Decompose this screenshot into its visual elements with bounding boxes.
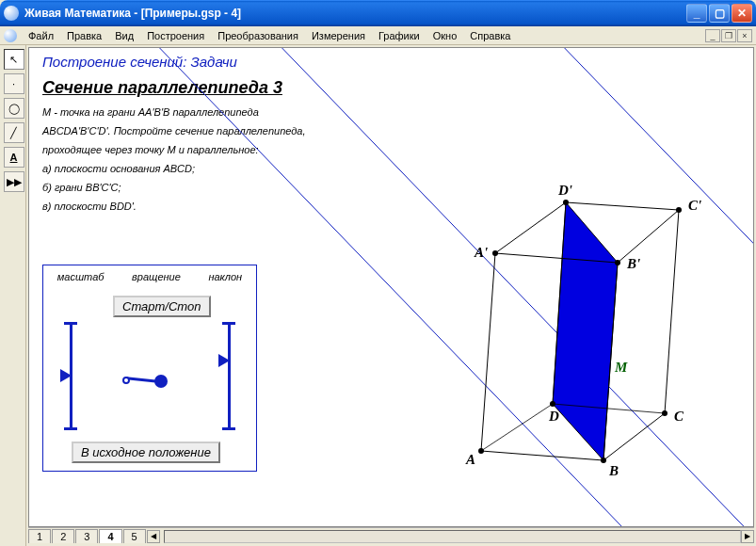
edge <box>618 210 679 263</box>
menu-graphs[interactable]: Графики <box>373 28 426 43</box>
text-line: б) грани BB'C'C; <box>42 178 475 197</box>
edge <box>495 202 566 253</box>
sketch-canvas[interactable]: Построение сечений: Задачи Сечение парал… <box>29 48 753 526</box>
arrow-icon: ↖ <box>9 54 18 66</box>
maximize-button[interactable]: ▢ <box>709 4 730 23</box>
vertex-point <box>563 200 569 205</box>
tilt-slider-track[interactable] <box>228 324 231 429</box>
text-line: проходящее через точку M и параллельное: <box>42 140 475 159</box>
section-plane <box>553 202 618 460</box>
segment-icon: ╱ <box>10 127 17 139</box>
rotation-dial-end[interactable] <box>122 377 130 384</box>
text-line: в) плоскости BDD'. <box>42 197 475 216</box>
menu-view[interactable]: Вид <box>109 28 139 43</box>
window-buttons: _ ▢ ✕ <box>686 4 752 23</box>
window-title: Живая Математика - [Примеры.gsp - 4] <box>23 7 686 20</box>
vertex-point <box>550 401 555 407</box>
mdi-minimize-button[interactable]: _ <box>705 29 720 42</box>
page-tab[interactable]: 5 <box>123 529 146 543</box>
window-titlebar: Живая Математика - [Примеры.gsp - 4] _ ▢… <box>0 0 756 26</box>
page-tab[interactable]: 1 <box>28 529 51 543</box>
tilt-slider-cap-bot <box>222 427 235 430</box>
scale-slider-handle[interactable] <box>60 369 72 382</box>
vertex-label: D' <box>557 183 572 198</box>
vertex-point <box>478 448 484 454</box>
toolbox: ↖ · ◯ ╱ A ▶▶ <box>2 45 26 546</box>
control-panel: масштаб вращение наклон Старт/Стоп <box>42 265 257 472</box>
text-line: а) плоскости основания ABCD; <box>42 159 475 178</box>
edge <box>566 202 679 210</box>
edge <box>603 413 665 460</box>
vertex-point <box>676 207 682 213</box>
vertex-label: C <box>674 409 684 424</box>
page-tab[interactable]: 3 <box>75 529 98 543</box>
mdi-restore-button[interactable]: ❐ <box>721 29 736 42</box>
menu-measure[interactable]: Измерения <box>306 28 371 43</box>
canvas-wrapper: Построение сечений: Задачи Сечение парал… <box>28 47 754 527</box>
edge <box>665 210 679 413</box>
rotate-label: вращение <box>132 271 181 282</box>
text-icon: A <box>10 152 18 163</box>
mdi-close-button[interactable]: × <box>737 29 752 42</box>
vertex-point <box>601 458 606 463</box>
scale-label: масштаб <box>57 271 105 282</box>
breadcrumb: Построение сечений: Задачи <box>42 54 237 70</box>
circle-icon: ◯ <box>8 103 20 115</box>
minimize-button[interactable]: _ <box>686 4 707 23</box>
scroll-right-button[interactable]: ▶ <box>741 530 754 543</box>
tilt-label: наклон <box>208 271 242 282</box>
problem-text: M - точка на грани AA'B'B параллелепипед… <box>42 103 475 216</box>
horizontal-scrollbar[interactable] <box>164 530 741 543</box>
app-icon <box>4 6 19 21</box>
edge <box>553 404 665 413</box>
edge <box>603 263 618 460</box>
text-tool[interactable]: A <box>4 147 24 168</box>
vertex-label: A <box>465 452 475 467</box>
arrow-tool[interactable]: ↖ <box>4 49 24 70</box>
scale-slider-cap-bot <box>64 427 77 430</box>
rotation-dial-knob[interactable] <box>154 375 168 388</box>
menu-edit[interactable]: Правка <box>61 28 107 43</box>
start-stop-button[interactable]: Старт/Стоп <box>113 296 211 317</box>
text-line: ABCDA'B'C'D'. Постройте сечение параллел… <box>42 121 475 140</box>
vertex-point <box>662 410 668 416</box>
menu-file[interactable]: Файл <box>23 28 59 43</box>
reset-button[interactable]: В исходное положение <box>72 442 220 463</box>
page-tab-strip: 1 2 3 4 5 ◀ ▶ <box>28 527 754 544</box>
vertex-point <box>615 260 620 265</box>
edge <box>553 202 566 404</box>
scale-slider-cap-top <box>64 322 77 325</box>
edge <box>481 451 603 460</box>
guide-line <box>528 48 753 293</box>
segment-tool[interactable]: ╱ <box>4 122 24 143</box>
vertex-label: D <box>548 409 559 424</box>
point-icon: · <box>12 78 15 89</box>
tilt-slider-cap-top <box>222 322 235 325</box>
custom-tool[interactable]: ▶▶ <box>4 171 24 192</box>
custom-icon: ▶▶ <box>7 176 22 188</box>
tilt-slider-handle[interactable] <box>218 354 230 367</box>
menu-window[interactable]: Окно <box>427 28 463 43</box>
vertex-point <box>601 363 606 369</box>
edge <box>481 253 495 451</box>
menu-help[interactable]: Справка <box>464 28 516 43</box>
menu-construct[interactable]: Построения <box>141 28 210 43</box>
edge <box>495 253 618 263</box>
vertex-label: A' <box>474 245 488 260</box>
circle-tool[interactable]: ◯ <box>4 98 24 119</box>
edge <box>481 404 553 451</box>
point-tool[interactable]: · <box>4 73 24 94</box>
scroll-left-button[interactable]: ◀ <box>147 530 160 543</box>
vertex-label: B' <box>626 256 640 271</box>
menu-transform[interactable]: Преобразования <box>212 28 304 43</box>
page-tab[interactable]: 2 <box>52 529 74 543</box>
page-tab-active[interactable]: 4 <box>99 529 121 543</box>
page-title: Сечение параллелепипеда 3 <box>42 78 282 98</box>
vertex-label: B <box>608 463 619 478</box>
close-button[interactable]: ✕ <box>732 4 752 23</box>
document-icon <box>4 29 17 42</box>
vertex-label: C' <box>688 198 701 213</box>
text-line: M - точка на грани AA'B'B параллелепипед… <box>42 103 475 121</box>
menu-bar: Файл Правка Вид Построения Преобразовани… <box>0 26 756 45</box>
work-area: ↖ · ◯ ╱ A ▶▶ Построение сечений: Задачи … <box>0 45 756 546</box>
